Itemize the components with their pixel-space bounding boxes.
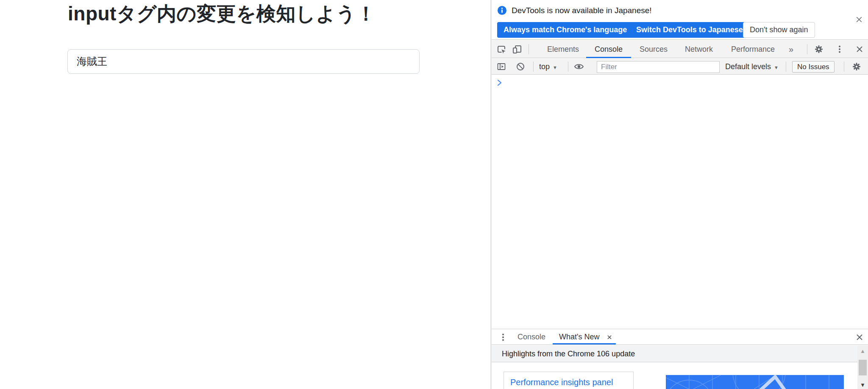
device-toolbar-icon[interactable] [512, 44, 522, 54]
whats-new-scrollbar[interactable]: ▲ ▼ [857, 345, 868, 389]
tab-elements[interactable]: Elements [547, 40, 579, 58]
divider [844, 62, 844, 72]
console-settings-gear-icon[interactable] [851, 62, 862, 72]
text-input[interactable] [67, 49, 420, 74]
no-issues-button[interactable]: No Issues [792, 61, 835, 73]
chevron-down-icon: ▼ [774, 65, 779, 70]
drawer-tab-console[interactable]: Console [517, 329, 545, 345]
devtools-panel: DevTools is now available in Japanese! A… [491, 0, 868, 389]
whats-new-content: Performance insights panel [492, 362, 868, 389]
live-expression-eye-icon[interactable] [574, 62, 584, 72]
scrollbar-up-arrow-icon[interactable]: ▲ [857, 348, 868, 354]
scrollbar-thumb[interactable] [859, 360, 867, 375]
dont-show-again-button[interactable]: Don't show again [743, 22, 815, 38]
drawer-close-icon[interactable] [854, 332, 865, 342]
browser-window: inputタグ内の変更を検知しよう！ DevTools is now avail… [0, 0, 868, 389]
whats-new-article-card[interactable]: Performance insights panel [504, 372, 634, 389]
whats-new-header-title: Highlights from the Chrome 106 update [502, 345, 635, 362]
divider [529, 44, 529, 54]
chevron-down-icon: ▼ [553, 65, 557, 70]
divider [807, 44, 807, 54]
performance-insights-link[interactable]: Performance insights panel [504, 372, 633, 387]
context-selector-dropdown[interactable]: top▼ [539, 59, 557, 75]
console-prompt-area[interactable] [492, 75, 868, 329]
drawer-tab-whats-new[interactable]: What's New [559, 329, 599, 345]
drawer-active-tab-indicator [553, 343, 616, 344]
drawer-menu-dots-icon[interactable] [498, 332, 508, 342]
tab-network[interactable]: Network [685, 40, 713, 58]
console-sidebar-toggle-icon[interactable] [496, 62, 506, 72]
infobar-message: DevTools is now available in Japanese! [512, 6, 652, 15]
divider [568, 62, 568, 72]
drawer-tabbar: Console What's New [492, 329, 868, 345]
whats-new-tab-close-icon[interactable] [606, 334, 612, 340]
infobar-close-icon[interactable] [855, 15, 863, 24]
more-options-dots-icon[interactable] [835, 44, 845, 54]
active-tab-indicator [586, 57, 631, 58]
divider [533, 62, 534, 72]
tab-performance[interactable]: Performance [731, 40, 775, 58]
devtools-close-icon[interactable] [854, 44, 865, 54]
match-chrome-language-button[interactable]: Always match Chrome's language [497, 22, 633, 38]
language-infobar: DevTools is now available in Japanese! A… [492, 0, 868, 40]
log-levels-dropdown[interactable]: Default levels▼ [725, 59, 779, 75]
tab-console[interactable]: Console [595, 40, 623, 58]
whats-new-thumbnail-image[interactable] [666, 375, 844, 389]
devtools-tabbar: Elements Console Sources Network Perform… [492, 40, 868, 58]
console-filter-input[interactable] [597, 61, 720, 73]
more-tabs-icon[interactable]: » [789, 40, 793, 58]
clear-console-icon[interactable] [515, 62, 526, 72]
settings-gear-icon[interactable] [814, 44, 824, 54]
whats-new-header: Highlights from the Chrome 106 update [492, 345, 868, 362]
divider [786, 62, 786, 72]
info-icon [497, 6, 507, 15]
page-title: inputタグ内の変更を検知しよう！ [68, 0, 376, 27]
console-prompt-chevron-icon [495, 78, 504, 87]
inspect-element-icon[interactable] [496, 44, 506, 54]
scrollbar-down-arrow-icon[interactable]: ▼ [857, 382, 868, 388]
switch-to-japanese-button[interactable]: Switch DevTools to Japanese [630, 22, 749, 38]
tab-sources[interactable]: Sources [640, 40, 668, 58]
console-toolbar: top▼ Default levels▼ No Issues [492, 59, 868, 75]
